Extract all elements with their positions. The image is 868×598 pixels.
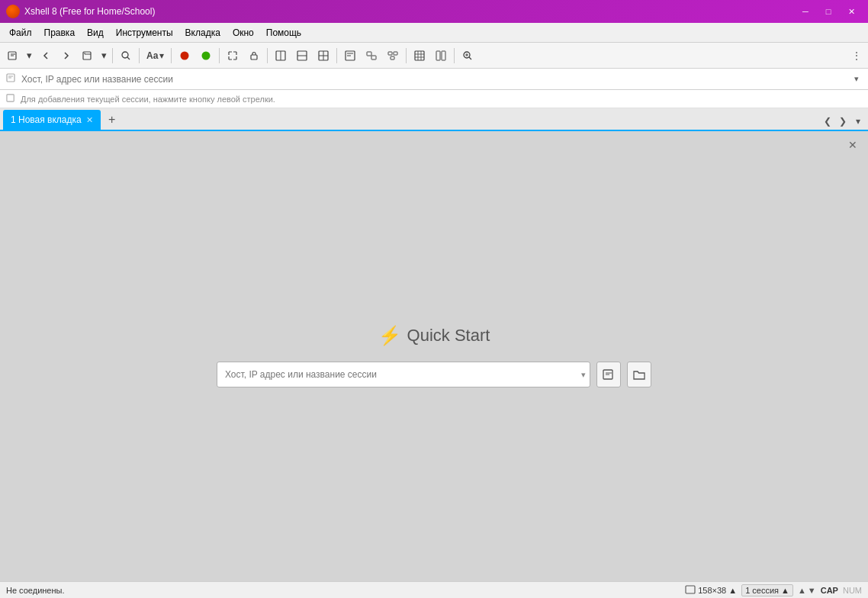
quick-start-input-row: ▾ xyxy=(217,362,651,387)
toolbar-split-v[interactable] xyxy=(292,46,312,66)
dimensions-value: 158×38 xyxy=(698,586,726,595)
tab-add-button[interactable]: + xyxy=(102,110,122,130)
address-bar: ▾ xyxy=(0,69,868,90)
toolbar-new-window-dropdown[interactable]: ▾ xyxy=(98,46,109,66)
tab-1[interactable]: 1 Новая вкладка ✕ xyxy=(3,110,101,130)
menu-tools[interactable]: Инструменты xyxy=(110,25,179,40)
toolbar-stop-red[interactable] xyxy=(175,46,194,66)
maximize-button[interactable]: □ xyxy=(818,4,839,19)
address-input[interactable] xyxy=(21,74,851,85)
svg-rect-12 xyxy=(388,52,392,55)
toolbar-grid-1[interactable] xyxy=(410,46,429,66)
dimensions-icon xyxy=(685,585,696,596)
toolbar-sep-5 xyxy=(267,48,268,63)
address-dropdown-btn[interactable]: ▾ xyxy=(851,72,862,85)
quick-start-new-session-btn[interactable] xyxy=(596,362,621,387)
quick-start-input-container: ▾ xyxy=(217,362,590,387)
hint-icon xyxy=(6,93,16,105)
toolbar-sep-4 xyxy=(219,48,220,63)
close-button[interactable]: ✕ xyxy=(841,4,862,19)
toolbar-group-1: ▾ xyxy=(3,46,34,66)
address-icon xyxy=(6,72,17,85)
svg-rect-17 xyxy=(442,51,445,60)
toolbar: ▾ ▾ Aa ▾ xyxy=(0,43,868,69)
status-scroll-arrows: ▲ ▼ xyxy=(798,586,816,595)
quick-start-panel: ⚡ Quick Start ▾ xyxy=(217,325,651,387)
quick-start-label: Quick Start xyxy=(407,326,490,346)
toolbar-sep-1 xyxy=(112,48,113,63)
svg-rect-22 xyxy=(686,586,695,593)
main-content: ✕ ⚡ Quick Start ▾ xyxy=(0,131,868,581)
svg-rect-13 xyxy=(394,52,397,55)
toolbar-sep-6 xyxy=(336,48,337,63)
svg-rect-11 xyxy=(371,56,376,59)
toolbar-font-icon: Aa xyxy=(146,50,158,61)
sessions-value: 1 сессия xyxy=(745,586,779,595)
quick-start-close[interactable]: ✕ xyxy=(845,137,860,153)
svg-rect-5 xyxy=(251,55,257,59)
app-title: Xshell 8 (Free for Home/School) xyxy=(24,6,795,17)
lightning-icon: ⚡ xyxy=(378,325,401,346)
toolbar-broadcast[interactable] xyxy=(383,46,403,66)
quick-start-input[interactable] xyxy=(217,362,590,387)
toolbar-send-cmd[interactable] xyxy=(340,46,360,66)
sessions-arrow: ▲ xyxy=(781,586,789,595)
toolbar-fullscreen[interactable] xyxy=(223,46,243,66)
toolbar-start-green[interactable] xyxy=(196,46,216,66)
svg-point-2 xyxy=(122,52,128,58)
tab-1-label: 1 Новая вкладка xyxy=(11,114,82,125)
toolbar-forward[interactable] xyxy=(56,46,76,66)
toolbar-split-both[interactable] xyxy=(313,46,333,66)
tab-nav-menu[interactable]: ▾ xyxy=(851,114,865,128)
minimize-button[interactable]: ─ xyxy=(795,4,816,19)
svg-point-3 xyxy=(181,51,189,59)
toolbar-new-window[interactable] xyxy=(78,46,98,66)
toolbar-back[interactable] xyxy=(36,46,56,66)
svg-rect-15 xyxy=(415,51,424,60)
title-bar: Xshell 8 (Free for Home/School) ─ □ ✕ xyxy=(0,0,868,23)
svg-rect-14 xyxy=(391,56,394,59)
tab-nav-prev[interactable]: ❮ xyxy=(821,114,834,128)
status-right: 158×38 ▲ 1 сессия ▲ ▲ ▼ CAP NUM xyxy=(685,584,862,596)
svg-rect-16 xyxy=(436,51,440,60)
menu-tab[interactable]: Вкладка xyxy=(179,25,227,40)
hint-text: Для добавления текущей сессии, нажмите к… xyxy=(21,95,275,104)
tab-nav-next[interactable]: ❯ xyxy=(836,114,850,128)
toolbar-new-session-dropdown[interactable]: ▾ xyxy=(24,46,34,66)
toolbar-font-dropdown[interactable]: Aa ▾ xyxy=(143,46,168,66)
svg-rect-10 xyxy=(367,52,371,56)
cap-indicator: CAP xyxy=(821,586,838,595)
status-sessions[interactable]: 1 сессия ▲ xyxy=(741,584,793,596)
status-dimensions: 158×38 ▲ xyxy=(685,585,737,596)
window-controls: ─ □ ✕ xyxy=(795,4,862,19)
toolbar-sep-7 xyxy=(406,48,407,63)
toolbar-font-dropdown-arrow: ▾ xyxy=(159,50,164,61)
toolbar-more-btn[interactable]: ⋮ xyxy=(848,50,865,62)
menu-view[interactable]: Вид xyxy=(81,25,110,40)
toolbar-split-h[interactable] xyxy=(271,46,291,66)
scroll-down-arrow[interactable]: ▼ xyxy=(808,586,816,595)
quick-start-title: ⚡ Quick Start xyxy=(378,325,490,346)
toolbar-group-3: ▾ xyxy=(78,46,109,66)
menu-help[interactable]: Помощь xyxy=(260,25,307,40)
menu-edit[interactable]: Правка xyxy=(38,25,82,40)
toolbar-zoom[interactable] xyxy=(458,46,477,66)
menu-bar: Файл Правка Вид Инструменты Вкладка Окно… xyxy=(0,23,868,43)
toolbar-lock[interactable] xyxy=(244,46,264,66)
app-icon xyxy=(6,5,20,18)
tab-1-close[interactable]: ✕ xyxy=(86,115,93,125)
status-bar: Не соединены. 158×38 ▲ 1 сессия ▲ ▲ ▼ CA… xyxy=(0,581,868,598)
menu-window[interactable]: Окно xyxy=(227,25,260,40)
toolbar-send-all[interactable] xyxy=(362,46,381,66)
toolbar-grid-2[interactable] xyxy=(431,46,451,66)
quick-start-dropdown[interactable]: ▾ xyxy=(581,370,586,380)
scroll-up-arrow[interactable]: ▲ xyxy=(798,586,806,595)
num-indicator: NUM xyxy=(843,586,862,595)
menu-file[interactable]: Файл xyxy=(3,25,38,40)
svg-point-4 xyxy=(202,51,211,59)
hint-bar: Для добавления текущей сессии, нажмите к… xyxy=(0,90,868,108)
toolbar-sep-3 xyxy=(171,48,172,63)
toolbar-search[interactable] xyxy=(116,46,136,66)
toolbar-new-session[interactable] xyxy=(3,46,23,66)
quick-start-open-session-btn[interactable] xyxy=(627,362,651,387)
